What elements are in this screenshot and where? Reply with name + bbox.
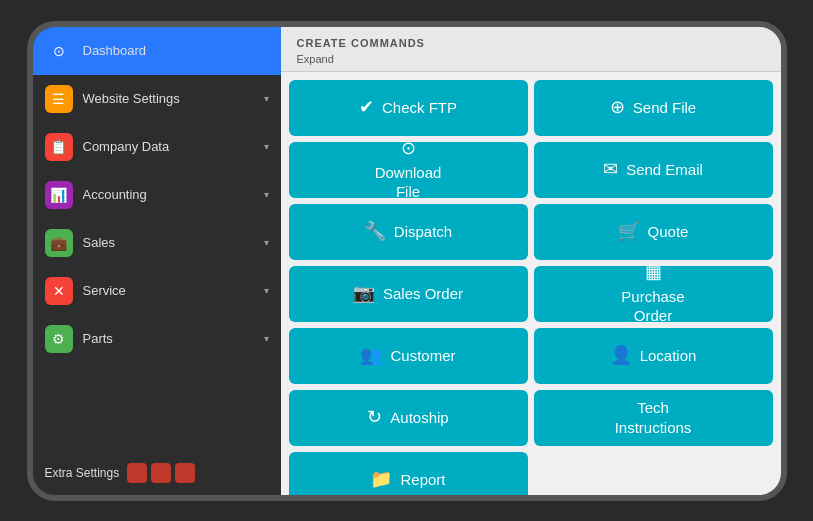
chevron-icon: ▾ bbox=[264, 141, 269, 152]
chevron-icon: ▾ bbox=[264, 237, 269, 248]
customer-button[interactable]: 👥 Customer bbox=[289, 328, 528, 384]
sidebar-item-dashboard[interactable]: ⊙ Dashboard bbox=[33, 27, 281, 75]
content-title: CREATE COMMANDS bbox=[297, 37, 765, 49]
expand-link[interactable]: Expand bbox=[297, 53, 334, 65]
sidebar-item-label: Company Data bbox=[83, 139, 264, 154]
purchase-order-button[interactable]: ▦ PurchaseOrder bbox=[534, 266, 773, 322]
company-icon: 📋 bbox=[45, 133, 73, 161]
download-file-label: DownloadFile bbox=[375, 163, 442, 202]
sidebar: ⊙ Dashboard ☰ Website Settings ▾ 📋 Compa… bbox=[33, 27, 281, 495]
sidebar-item-sales[interactable]: 💼 Sales ▾ bbox=[33, 219, 281, 267]
accounting-icon: 📊 bbox=[45, 181, 73, 209]
download-file-button[interactable]: ⊙ DownloadFile bbox=[289, 142, 528, 198]
purchase-order-label: PurchaseOrder bbox=[621, 287, 684, 326]
sales-order-icon: 📷 bbox=[353, 282, 375, 305]
extra-dot-3 bbox=[175, 463, 195, 483]
send-email-label: Send Email bbox=[626, 160, 703, 180]
tablet-container: ⊙ Dashboard ☰ Website Settings ▾ 📋 Compa… bbox=[27, 21, 787, 501]
extra-settings: Extra Settings bbox=[33, 451, 281, 495]
website-icon: ☰ bbox=[45, 85, 73, 113]
content-header: CREATE COMMANDS Expand bbox=[281, 27, 781, 72]
commands-grid: ✔ Check FTP ⊕ Send File ⊙ DownloadFile ✉… bbox=[281, 72, 781, 495]
sidebar-item-accounting[interactable]: 📊 Accounting ▾ bbox=[33, 171, 281, 219]
extra-settings-label: Extra Settings bbox=[45, 466, 120, 480]
location-button[interactable]: 👤 Location bbox=[534, 328, 773, 384]
check-ftp-button[interactable]: ✔ Check FTP bbox=[289, 80, 528, 136]
tech-instructions-button[interactable]: TechInstructions bbox=[534, 390, 773, 446]
sidebar-item-label: Parts bbox=[83, 331, 264, 346]
send-email-button[interactable]: ✉ Send Email bbox=[534, 142, 773, 198]
chevron-icon: ▾ bbox=[264, 189, 269, 200]
sidebar-item-website[interactable]: ☰ Website Settings ▾ bbox=[33, 75, 281, 123]
sales-order-label: Sales Order bbox=[383, 284, 463, 304]
report-button[interactable]: 📁 Report bbox=[289, 452, 528, 495]
report-icon: 📁 bbox=[370, 468, 392, 491]
quote-label: Quote bbox=[648, 222, 689, 242]
autoship-label: Autoship bbox=[390, 408, 448, 428]
location-label: Location bbox=[640, 346, 697, 366]
sidebar-item-company[interactable]: 📋 Company Data ▾ bbox=[33, 123, 281, 171]
chevron-icon: ▾ bbox=[264, 285, 269, 296]
send-email-icon: ✉ bbox=[603, 158, 618, 181]
dashboard-icon: ⊙ bbox=[45, 37, 73, 65]
send-file-icon: ⊕ bbox=[610, 96, 625, 119]
location-icon: 👤 bbox=[610, 344, 632, 367]
extra-dot-1 bbox=[127, 463, 147, 483]
sidebar-item-label: Website Settings bbox=[83, 91, 264, 106]
tech-instructions-label: TechInstructions bbox=[615, 398, 692, 437]
chevron-icon: ▾ bbox=[264, 333, 269, 344]
report-label: Report bbox=[400, 470, 445, 490]
customer-icon: 👥 bbox=[360, 344, 382, 367]
sidebar-item-service[interactable]: ✕ Service ▾ bbox=[33, 267, 281, 315]
dispatch-label: Dispatch bbox=[394, 222, 452, 242]
send-file-button[interactable]: ⊕ Send File bbox=[534, 80, 773, 136]
autoship-button[interactable]: ↻ Autoship bbox=[289, 390, 528, 446]
sidebar-item-label: Dashboard bbox=[83, 43, 269, 58]
parts-icon: ⚙ bbox=[45, 325, 73, 353]
sidebar-item-label: Accounting bbox=[83, 187, 264, 202]
dispatch-icon: 🔧 bbox=[364, 220, 386, 243]
sidebar-item-label: Service bbox=[83, 283, 264, 298]
sales-order-button[interactable]: 📷 Sales Order bbox=[289, 266, 528, 322]
send-file-label: Send File bbox=[633, 98, 696, 118]
autoship-icon: ↻ bbox=[367, 406, 382, 429]
download-file-icon: ⊙ bbox=[401, 137, 416, 160]
purchase-order-icon: ▦ bbox=[645, 261, 662, 284]
sidebar-item-parts[interactable]: ⚙ Parts ▾ bbox=[33, 315, 281, 363]
quote-icon: 🛒 bbox=[618, 220, 640, 243]
quote-button[interactable]: 🛒 Quote bbox=[534, 204, 773, 260]
chevron-icon: ▾ bbox=[264, 93, 269, 104]
check-ftp-icon: ✔ bbox=[359, 96, 374, 119]
extra-dot-2 bbox=[151, 463, 171, 483]
dispatch-button[interactable]: 🔧 Dispatch bbox=[289, 204, 528, 260]
service-icon: ✕ bbox=[45, 277, 73, 305]
check-ftp-label: Check FTP bbox=[382, 98, 457, 118]
main-content: CREATE COMMANDS Expand ✔ Check FTP ⊕ Sen… bbox=[281, 27, 781, 495]
sidebar-item-label: Sales bbox=[83, 235, 264, 250]
sales-icon: 💼 bbox=[45, 229, 73, 257]
customer-label: Customer bbox=[390, 346, 455, 366]
